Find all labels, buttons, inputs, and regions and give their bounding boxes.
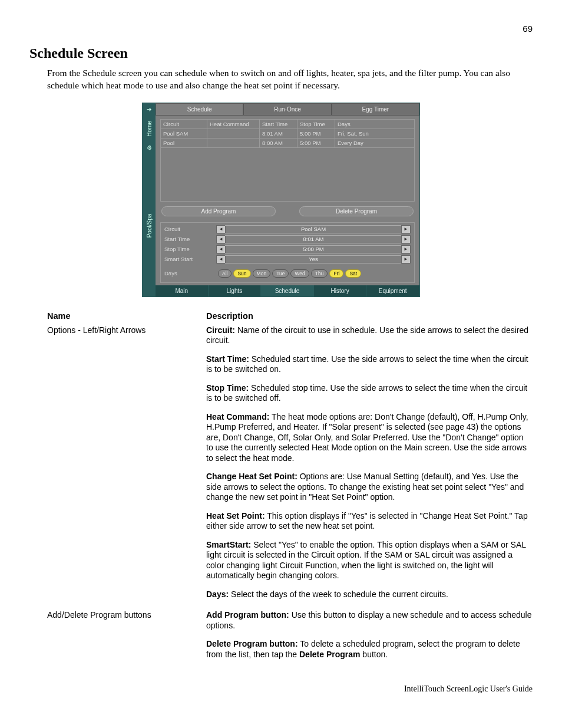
option-circuit: Circuit ◄ Pool SAM ► <box>164 225 411 233</box>
grid-empty <box>160 148 415 202</box>
days-row: Days AllSunMonTueWedThuFriSat <box>164 269 411 278</box>
page-number: 69 <box>29 24 533 34</box>
left-arrow-icon[interactable]: ◄ <box>216 245 226 253</box>
description-table: Name Description Options - Left/Right Ar… <box>29 311 533 668</box>
table-row[interactable]: Pool 8:00 AM 5:00 PM Every Day <box>161 138 415 147</box>
day-mon[interactable]: Mon <box>253 269 271 278</box>
option-smartstart: Smart Start ◄ Yes ► <box>164 255 411 263</box>
left-arrow-icon[interactable]: ◄ <box>216 235 226 243</box>
tab-eggtimer[interactable]: Egg Timer <box>332 103 419 116</box>
day-tue[interactable]: Tue <box>272 269 289 278</box>
tab-schedule-bottom[interactable]: Schedule <box>261 285 314 297</box>
right-arrow-icon[interactable]: ► <box>401 225 411 233</box>
top-tabs: Schedule Run-Once Egg Timer <box>156 103 419 116</box>
bottom-tabs: Main Lights Schedule History Equipment <box>156 285 419 297</box>
add-program-button[interactable]: Add Program <box>161 206 276 216</box>
tab-history[interactable]: History <box>314 285 367 297</box>
row-description: Circuit: Name of the circuit to use in s… <box>206 325 533 608</box>
tab-lights[interactable]: Lights <box>209 285 262 297</box>
side-tab-poolspa[interactable]: Pool/Spa <box>146 154 153 297</box>
schedule-grid[interactable]: Circuit Heat Command Start Time Stop Tim… <box>160 119 415 148</box>
left-rail: ➔ Home ⚙ Pool/Spa <box>143 103 156 297</box>
settings-icon[interactable]: ⚙ <box>144 143 154 153</box>
left-arrow-icon[interactable]: ◄ <box>216 255 226 263</box>
delete-program-button[interactable]: Delete Program <box>299 206 414 216</box>
tab-main[interactable]: Main <box>156 285 209 297</box>
day-sat[interactable]: Sat <box>345 269 361 278</box>
option-stop: Stop Time ◄ 5:00 PM ► <box>164 245 411 253</box>
col-circuit: Circuit <box>161 119 207 129</box>
arrow-icon[interactable]: ➔ <box>144 105 154 114</box>
day-thu[interactable]: Thu <box>311 269 328 278</box>
day-sun[interactable]: Sun <box>233 269 250 278</box>
right-arrow-icon[interactable]: ► <box>401 245 411 253</box>
col-start: Start Time <box>260 119 297 129</box>
right-arrow-icon[interactable]: ► <box>401 255 411 263</box>
left-arrow-icon[interactable]: ◄ <box>216 225 226 233</box>
day-all[interactable]: All <box>218 269 232 278</box>
tab-equipment[interactable]: Equipment <box>366 285 419 297</box>
col-stop: Stop Time <box>297 119 335 129</box>
footer-text: IntelliTouch ScreenLogic User's Guide <box>29 684 533 694</box>
day-wed[interactable]: Wed <box>290 269 309 278</box>
col-days: Days <box>335 119 415 129</box>
row-description: Add Program button: Use this button to d… <box>206 610 533 668</box>
intro-text: From the Schedule screen you can schedul… <box>47 67 533 92</box>
tab-schedule[interactable]: Schedule <box>156 103 243 116</box>
row-name: Options - Left/Right Arrows <box>29 325 206 608</box>
col-heat: Heat Command <box>207 119 260 129</box>
right-arrow-icon[interactable]: ► <box>401 235 411 243</box>
row-name: Add/Delete Program buttons <box>29 610 206 668</box>
table-row[interactable]: Pool SAM 8:01 AM 5:00 PM Fri, Sat, Sun <box>161 129 415 138</box>
header-name: Name <box>29 311 206 321</box>
page-title: Schedule Screen <box>29 45 533 61</box>
option-start: Start Time ◄ 8:01 AM ► <box>164 235 411 243</box>
side-tab-home[interactable]: Home <box>146 116 153 141</box>
header-description: Description <box>206 311 533 321</box>
options-panel: Circuit ◄ Pool SAM ► Start Time ◄ 8:01 A… <box>160 222 415 283</box>
app-screenshot: ➔ Home ⚙ Pool/Spa Schedule Run-Once Egg … <box>142 103 420 297</box>
day-fri[interactable]: Fri <box>329 269 343 278</box>
tab-runonce[interactable]: Run-Once <box>243 103 331 116</box>
